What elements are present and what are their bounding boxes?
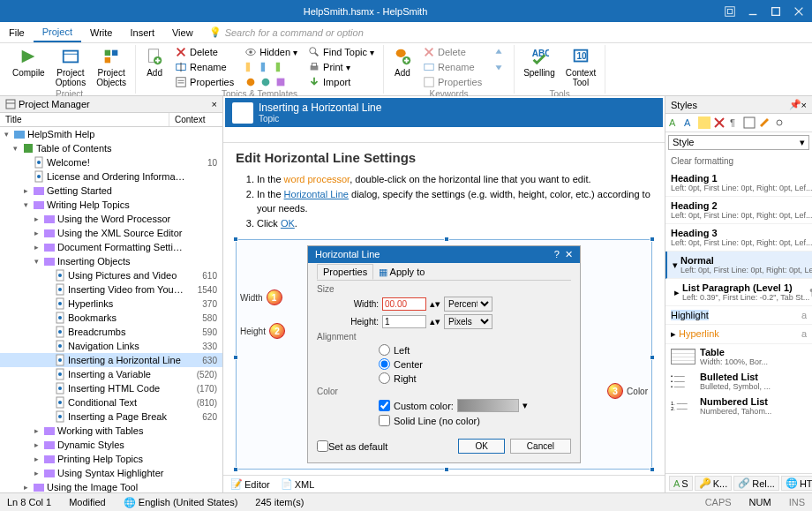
titlebar-settings-icon[interactable]	[724, 5, 736, 18]
align-right-radio[interactable]	[379, 372, 390, 384]
styles-close-icon[interactable]: ×	[801, 100, 807, 110]
print-button[interactable]: Print ▾	[306, 60, 376, 74]
project-objects-button[interactable]: Project Objects	[91, 45, 132, 89]
find-topic-button[interactable]: Find Topic ▾	[306, 45, 376, 59]
tree-item[interactable]: Conditional Text(810)	[0, 395, 222, 410]
style-bulleted[interactable]: • ——• ——• ——Bulleted ListBulleted, Symbo…	[665, 369, 812, 394]
tree-item[interactable]: Inserting a Variable(520)	[0, 367, 222, 381]
styles-tab-rel[interactable]: 🔗 Rel...	[733, 476, 779, 491]
style-new-icon[interactable]: A	[668, 116, 680, 129]
styles-tab-htm[interactable]: 🌐 HTM...	[781, 476, 812, 491]
width-unit-select[interactable]: Percent	[444, 297, 492, 312]
tree-item[interactable]: Welcome!10	[0, 155, 222, 169]
style-pilcrow-icon[interactable]: ¶	[728, 116, 741, 129]
style-highlight[interactable]: Highlighta	[665, 306, 812, 325]
dialog-help-icon[interactable]: ?	[554, 249, 560, 260]
tree-item[interactable]: ▸Document Formatting Settings	[0, 240, 222, 254]
tree-item[interactable]: ▸Working with Tables	[0, 424, 222, 438]
project-options-button[interactable]: Project Options	[50, 45, 91, 89]
clear-formatting[interactable]: Clear formatting	[665, 153, 812, 169]
style-gear-icon[interactable]	[773, 116, 786, 129]
style-combo[interactable]: Style ▾	[668, 135, 809, 150]
import-button[interactable]: Import	[306, 75, 376, 89]
tree-item[interactable]: Bookmarks580	[0, 311, 222, 325]
height-input[interactable]	[382, 315, 426, 328]
screenshot-container[interactable]: Width1 Height2 3Color Horizontal Line? ✕…	[236, 239, 652, 470]
kw-arrow-down[interactable]	[491, 60, 507, 74]
search-hint[interactable]: Search for a command or option	[225, 27, 364, 38]
style-highlight-icon[interactable]	[698, 116, 710, 129]
cancel-button[interactable]: Cancel	[510, 439, 571, 454]
style-item[interactable]: ▾NormalLeft: 0pt, First Line: 0pt, Right…	[665, 252, 812, 279]
style-numbered[interactable]: 1. ——2. ——Numbered ListNumbered, Tahom..…	[665, 394, 812, 418]
kw-arrow-up[interactable]	[491, 45, 507, 59]
align-left-radio[interactable]	[379, 344, 390, 356]
tree[interactable]: ▾HelpSmith Help▾Table of ContentsWelcome…	[0, 127, 222, 492]
add-topic-button[interactable]: Add	[139, 45, 169, 89]
style-grid-icon[interactable]	[743, 116, 756, 129]
menu-project[interactable]: Project	[34, 23, 81, 42]
width-input[interactable]	[382, 297, 426, 311]
tree-item[interactable]: Inserting Video from YouT...1540	[0, 282, 222, 297]
tree-item[interactable]: ▾Writing Help Topics	[0, 198, 222, 212]
menu-view[interactable]: View	[163, 24, 202, 41]
hidden-button[interactable]: Hidden ▾	[243, 45, 299, 59]
kw-rename-button[interactable]: Rename	[421, 60, 484, 74]
kw-add-button[interactable]: Add	[387, 45, 417, 89]
tree-item[interactable]: ▸Printing Help Topics	[0, 452, 222, 466]
minimize-icon[interactable]	[747, 5, 759, 18]
rename-button[interactable]: Rename	[173, 60, 236, 74]
align-center-radio[interactable]	[379, 358, 390, 370]
maximize-icon[interactable]	[770, 5, 782, 18]
style-item[interactable]: Heading 1Left: 0pt, First Line: 0pt, Rig…	[665, 169, 812, 197]
style-table[interactable]: TableWidth: 100%, Bor...	[665, 344, 812, 369]
tree-item[interactable]: ▾Table of Contents	[0, 141, 222, 155]
styles-tab-k[interactable]: 🔑 K...	[695, 476, 733, 491]
ok-button[interactable]: OK	[458, 439, 504, 454]
kw-properties-button[interactable]: Properties	[421, 75, 484, 89]
menu-file[interactable]: File	[0, 24, 34, 41]
pm-close-icon[interactable]: ×	[212, 99, 217, 109]
styles-tab-a[interactable]: A S	[669, 476, 693, 491]
tree-item[interactable]: License and Ordering Information	[0, 169, 222, 184]
tab-properties[interactable]: Properties	[317, 264, 373, 280]
tree-item[interactable]: Hyperlinks370	[0, 297, 222, 311]
tree-item[interactable]: ▸Dynamic Styles	[0, 438, 222, 452]
tree-item[interactable]: Breadcrumbs590	[0, 325, 222, 339]
tree-col-title[interactable]: Title	[0, 113, 169, 126]
menu-insert[interactable]: Insert	[121, 24, 163, 41]
properties-button[interactable]: Properties	[173, 75, 236, 89]
style-edit-icon[interactable]	[758, 116, 771, 129]
tree-item[interactable]: ▾Inserting Objects	[0, 254, 222, 268]
delete-button[interactable]: Delete	[173, 45, 236, 59]
tree-item[interactable]: Inserting a Horizontal Line630	[0, 353, 222, 367]
tree-col-context[interactable]: Context	[169, 113, 222, 126]
tree-item[interactable]: Using Pictures and Video610	[0, 268, 222, 282]
tab-editor[interactable]: 📝 Editor	[227, 477, 274, 491]
tree-item[interactable]: ▸Using the XML Source Editor	[0, 226, 222, 240]
compile-button[interactable]: Compile	[7, 45, 50, 89]
style-item[interactable]: Heading 3Left: 0pt, First Line: 0pt, Rig…	[665, 224, 812, 252]
style-hyperlink[interactable]: ▸Hyperlinka	[665, 325, 812, 344]
template-toolbar-icons[interactable]	[243, 60, 299, 74]
menu-write[interactable]: Write	[81, 24, 121, 41]
kw-delete-button[interactable]: Delete	[421, 45, 484, 59]
tree-item[interactable]: ▸Getting Started	[0, 184, 222, 198]
content-area[interactable]: Edit Horizontal Line Settings In the wor…	[223, 143, 665, 475]
styles-pin-icon[interactable]: 📌	[789, 99, 801, 110]
color-picker[interactable]	[457, 399, 519, 412]
tree-root[interactable]: ▾HelpSmith Help	[0, 127, 222, 141]
style-font-icon[interactable]: A	[683, 116, 695, 129]
tree-item[interactable]: Inserting a Page Break620	[0, 410, 222, 424]
tab-apply-to[interactable]: ▦ Apply to	[373, 265, 430, 279]
spelling-button[interactable]: ABC Spelling	[518, 45, 560, 89]
solid-line-checkbox[interactable]	[379, 415, 390, 426]
custom-color-checkbox[interactable]	[379, 400, 390, 411]
style-item[interactable]: ▸List Paragraph (Level 1)Left: 0.39", Fi…	[665, 279, 812, 306]
template-toolbar-icons2[interactable]	[243, 75, 299, 89]
tree-item[interactable]: ▸Using the Word Processor	[0, 212, 222, 226]
height-unit-select[interactable]: Pixels	[444, 314, 492, 329]
style-list[interactable]: Heading 1Left: 0pt, First Line: 0pt, Rig…	[665, 169, 812, 473]
ruler[interactable]	[223, 129, 665, 143]
status-language[interactable]: 🌐 English (United States)	[124, 497, 238, 508]
